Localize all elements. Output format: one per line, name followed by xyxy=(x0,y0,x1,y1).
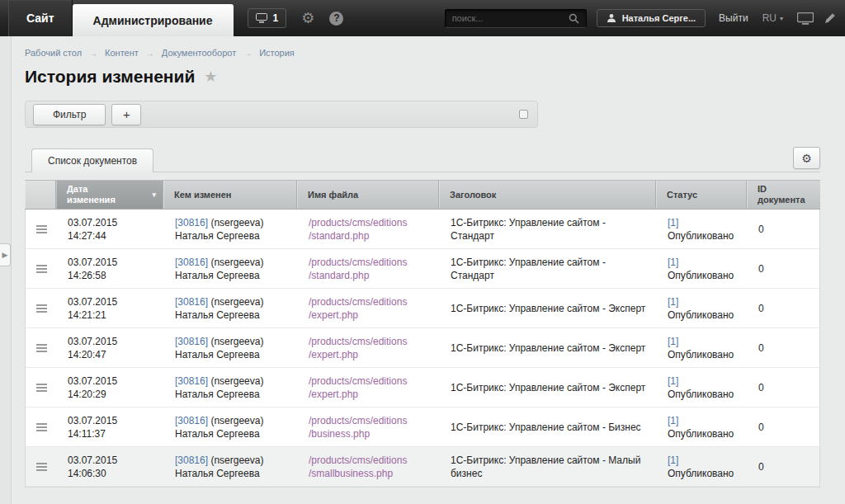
file-path-link[interactable]: /products/cms/editions xyxy=(309,335,429,348)
topbar: Сайт Администрирование 1 ⚙ ? Наталья Сер… xyxy=(0,0,845,36)
row-menu-icon[interactable] xyxy=(36,384,47,392)
change-time: 14:26:58 xyxy=(68,269,153,282)
status-id-link[interactable]: [1] xyxy=(668,375,678,387)
change-time: 14:06:30 xyxy=(68,467,153,480)
user-button[interactable]: Наталья Серге... xyxy=(597,9,706,27)
header-label: Статус xyxy=(667,190,697,200)
breadcrumb-workflow[interactable]: Документооборот xyxy=(162,48,236,58)
file-path-link[interactable]: /products/cms/editions xyxy=(309,454,429,467)
desktop-panel-icon[interactable] xyxy=(797,12,814,25)
user-login: (nsergeeva) xyxy=(210,257,263,268)
change-date: 03.07.2015 xyxy=(68,454,153,467)
tab-site[interactable]: Сайт xyxy=(8,0,73,36)
user-fullname: Наталья Сергеева xyxy=(175,427,287,440)
file-name-link[interactable]: /smallbusiness.php xyxy=(309,467,429,480)
user-fullname: Наталья Сергеева xyxy=(175,269,287,282)
filter-minimize-icon[interactable] xyxy=(519,110,528,119)
table-row: 03.07.2015 14:06:30 [30816] (nsergeeva) … xyxy=(26,447,819,487)
document-id: 0 xyxy=(758,262,809,276)
filter-button[interactable]: Фильтр xyxy=(33,104,106,125)
status-id-link[interactable]: [1] xyxy=(668,257,678,268)
language-code: RU xyxy=(762,12,777,24)
file-name-link[interactable]: /standard.php xyxy=(309,229,429,243)
header-file-name[interactable]: Имя файла xyxy=(297,181,439,209)
header-changed-by[interactable]: Кем изменен xyxy=(163,181,297,209)
status-text: Опубликовано xyxy=(668,309,734,321)
language-selector[interactable]: RU ▾ xyxy=(762,12,783,24)
row-menu-icon[interactable] xyxy=(36,225,47,233)
document-id: 0 xyxy=(758,223,809,236)
notifications-icon xyxy=(256,13,267,23)
status-id-link[interactable]: [1] xyxy=(668,296,678,308)
user-fullname: Наталья Сергеева xyxy=(175,348,287,361)
sort-arrow-icon[interactable]: ▾ xyxy=(152,190,156,200)
user-id-link[interactable]: [30816] xyxy=(175,257,208,268)
table-row: 03.07.2015 14:26:58 [30816] (nsergeeva) … xyxy=(26,249,819,289)
file-name-link[interactable]: /business.php xyxy=(309,427,429,440)
row-menu-icon[interactable] xyxy=(36,423,47,431)
gear-icon[interactable]: ⚙ xyxy=(301,11,314,26)
history-table: Дата изменения ▾ Кем изменен Имя файла З… xyxy=(25,180,820,488)
file-path-link[interactable]: /products/cms/editions xyxy=(309,374,429,388)
tab-administration[interactable]: Администрирование xyxy=(73,4,234,36)
header-status[interactable]: Статус xyxy=(656,181,747,209)
header-doc-id[interactable]: ID документа xyxy=(747,181,820,209)
file-name-link[interactable]: /expert.php xyxy=(309,348,429,361)
search-icon[interactable] xyxy=(569,13,579,24)
row-menu-icon[interactable] xyxy=(36,265,47,273)
status-id-link[interactable]: [1] xyxy=(668,336,678,347)
change-time: 14:20:29 xyxy=(68,388,153,401)
user-id-link[interactable]: [30816] xyxy=(175,217,208,228)
favorite-star-icon[interactable]: ★ xyxy=(204,68,217,86)
grid-settings-button[interactable]: ⚙ xyxy=(793,147,820,169)
table-row: 03.07.2015 14:27:44 [30816] (nsergeeva) … xyxy=(26,210,819,249)
user-id-link[interactable]: [30816] xyxy=(175,415,208,426)
status-text: Опубликовано xyxy=(668,230,734,242)
change-date: 03.07.2015 xyxy=(68,335,153,348)
document-title: 1С-Битрикс: Управление сайтом - Эксперт xyxy=(451,381,646,394)
row-menu-icon[interactable] xyxy=(36,463,47,471)
user-id-link[interactable]: [30816] xyxy=(175,455,208,466)
change-date: 03.07.2015 xyxy=(68,295,153,309)
file-path-link[interactable]: /products/cms/editions xyxy=(309,216,429,229)
user-fullname: Наталья Сергеева xyxy=(175,388,287,401)
sidebar-toggle[interactable]: ▶ xyxy=(0,243,11,266)
breadcrumb-desktop[interactable]: Рабочий стол xyxy=(25,48,82,58)
breadcrumb-arrow-icon: → xyxy=(243,49,252,58)
file-name-link[interactable]: /expert.php xyxy=(309,388,429,401)
row-menu-icon[interactable] xyxy=(36,344,47,352)
help-icon[interactable]: ? xyxy=(329,12,343,26)
page-title: История изменений xyxy=(25,67,195,87)
tab-document-list[interactable]: Список документов xyxy=(31,148,153,172)
user-id-link[interactable]: [30816] xyxy=(175,375,208,387)
user-fullname: Наталья Сергеева xyxy=(175,309,287,322)
document-title: 1С-Битрикс: Управление сайтом - Малый би… xyxy=(451,454,646,480)
user-id-link[interactable]: [30816] xyxy=(175,336,208,347)
breadcrumb-arrow-icon: → xyxy=(89,49,97,58)
table-row: 03.07.2015 14:11:37 [30816] (nsergeeva) … xyxy=(26,407,819,447)
status-id-link[interactable]: [1] xyxy=(668,455,678,466)
add-filter-button[interactable]: + xyxy=(111,104,141,125)
edit-pencil-icon[interactable] xyxy=(824,12,836,24)
status-text: Опубликовано xyxy=(668,389,734,400)
notifications-button[interactable]: 1 xyxy=(248,8,287,28)
status-id-link[interactable]: [1] xyxy=(668,415,678,426)
document-title: 1С-Битрикс: Управление сайтом - Стандарт xyxy=(451,256,646,282)
user-login: (nsergeeva) xyxy=(210,296,263,308)
search-input[interactable] xyxy=(452,13,569,23)
file-path-link[interactable]: /products/cms/editions xyxy=(309,414,429,427)
file-path-link[interactable]: /products/cms/editions xyxy=(309,256,429,269)
header-title[interactable]: Заголовок xyxy=(439,181,656,209)
breadcrumb-content[interactable]: Контент xyxy=(105,48,139,58)
change-date: 03.07.2015 xyxy=(68,256,153,269)
file-path-link[interactable]: /products/cms/editions xyxy=(309,295,429,309)
row-menu-icon[interactable] xyxy=(36,304,47,313)
grid-tabs: Список документов ⚙ xyxy=(25,148,820,172)
logout-link[interactable]: Выйти xyxy=(719,12,748,24)
header-change-date[interactable]: Дата изменения ▾ xyxy=(56,181,163,209)
user-id-link[interactable]: [30816] xyxy=(175,296,208,308)
file-name-link[interactable]: /expert.php xyxy=(309,309,429,322)
file-name-link[interactable]: /standard.php xyxy=(309,269,429,282)
status-id-link[interactable]: [1] xyxy=(668,217,678,228)
breadcrumb-history[interactable]: История xyxy=(259,48,295,58)
